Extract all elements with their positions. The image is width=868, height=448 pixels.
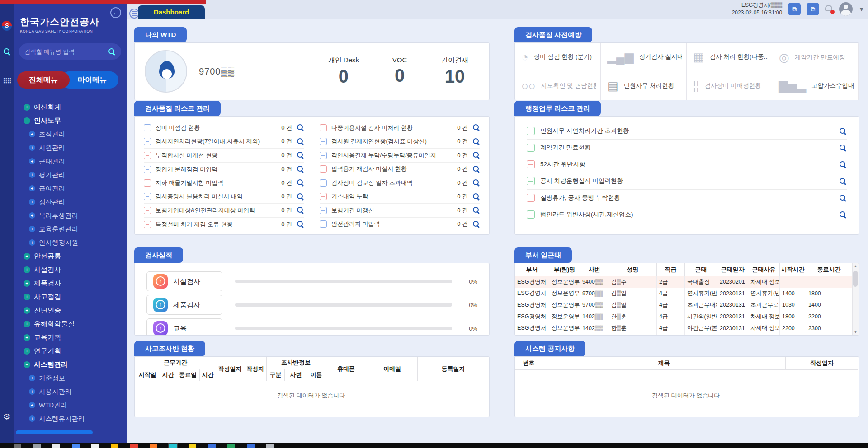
- risk-item[interactable]: 검사증명서 불용처리 미실시 내역 0 건: [144, 190, 304, 204]
- sidebar-menu-item[interactable]: + 제품검사: [14, 276, 127, 290]
- menu-search-input[interactable]: [24, 48, 108, 55]
- expand-toggle-icon[interactable]: +: [29, 131, 35, 137]
- taskbar-icon[interactable]: [150, 444, 157, 448]
- zoom-search-icon[interactable]: [839, 127, 847, 135]
- expand-toggle-icon[interactable]: +: [24, 266, 30, 273]
- expand-toggle-icon[interactable]: +: [29, 375, 35, 381]
- expand-toggle-icon[interactable]: +: [29, 402, 35, 408]
- prevention-tile[interactable]: ▦ 검사 처리 현황(다중...: [687, 43, 773, 71]
- zoom-search-icon[interactable]: [472, 124, 480, 131]
- risk-item[interactable]: 정압기 분해점검 미입력 0 건: [144, 163, 304, 177]
- wtd-stat[interactable]: VOC 0: [385, 56, 414, 87]
- table-row[interactable]: ESG경영처 정보운영부 9700▒▒ 김▒일 4급 연차휴가(반차) 2023…: [515, 288, 852, 300]
- taskbar-icon[interactable]: [247, 444, 255, 448]
- expand-toggle-icon[interactable]: +: [29, 388, 35, 395]
- expand-toggle-icon[interactable]: +: [24, 334, 30, 341]
- sidebar-menu-item[interactable]: + 연구기획: [14, 344, 127, 358]
- admin-risk-item[interactable]: 법인카드 위반사항(시간,제한업소): [527, 206, 847, 223]
- user-avatar[interactable]: [839, 2, 853, 16]
- taskbar-icon[interactable]: [208, 444, 216, 448]
- expand-toggle-icon[interactable]: −: [24, 361, 30, 368]
- sidebar-menu-item[interactable]: + 인사행정지원: [14, 236, 127, 249]
- tab-dashboard[interactable]: Dashboard: [138, 5, 205, 19]
- search-icon[interactable]: [0, 48, 14, 57]
- taskbar-icon[interactable]: [14, 444, 21, 448]
- sidebar-menu-item[interactable]: − 시스템관리: [14, 358, 127, 371]
- corp-logo-icon[interactable]: S: [0, 21, 14, 31]
- zoom-search-icon[interactable]: [297, 179, 304, 187]
- os-taskbar[interactable]: [0, 443, 868, 448]
- zoom-search-icon[interactable]: [839, 194, 847, 202]
- wtd-stat[interactable]: 개인 Desk 0: [328, 56, 359, 87]
- risk-item[interactable]: 보험기간 미갱신 0 건: [320, 204, 480, 218]
- zoom-search-icon[interactable]: [297, 206, 304, 214]
- expand-toggle-icon[interactable]: +: [24, 307, 30, 314]
- taskbar-icon[interactable]: [189, 444, 196, 448]
- zoom-search-icon[interactable]: [297, 151, 304, 159]
- zoom-search-icon[interactable]: [472, 193, 480, 201]
- sidebar-menu-item[interactable]: + 시스템유지관리: [14, 412, 127, 425]
- risk-item[interactable]: 각인사용결재 누락/수량누락/종류미일지 0 건: [320, 149, 480, 163]
- zoom-search-icon[interactable]: [472, 220, 480, 228]
- sidebar-menu-item[interactable]: + 안전공통: [14, 249, 127, 263]
- risk-item[interactable]: 다중이용시설 검사 미처리 현황 0 건: [320, 121, 480, 135]
- table-row[interactable]: ESG경영처 정보운영부 9400▒▒ 김▒주 2급 국내출장 20230201…: [515, 276, 852, 288]
- prevention-tile[interactable]: ▇▅▂ 고압가스수입내역: [773, 71, 859, 100]
- notification-bell-icon[interactable]: [825, 5, 833, 13]
- zoom-search-icon[interactable]: [839, 177, 847, 185]
- taskbar-icon[interactable]: [52, 444, 60, 448]
- admin-risk-item[interactable]: 질병휴가, 공사 증빙 누락현황: [527, 190, 847, 206]
- expand-toggle-icon[interactable]: +: [29, 212, 35, 219]
- zoom-search-icon[interactable]: [839, 161, 847, 168]
- sidebar-menu-item[interactable]: + 진단인증: [14, 303, 127, 317]
- admin-risk-item[interactable]: 민원사무 지연처리기간 초과현황: [527, 123, 847, 140]
- settings-gear-icon[interactable]: ⚙: [0, 412, 14, 422]
- zoom-search-icon[interactable]: [297, 124, 304, 131]
- sidebar-menu-item[interactable]: + 교육기획: [14, 331, 127, 344]
- zoom-search-icon[interactable]: [472, 165, 480, 173]
- admin-risk-item[interactable]: 52시간 위반사항: [527, 156, 847, 173]
- table-scrollbar[interactable]: ▲ ▼: [852, 263, 859, 335]
- taskbar-icon[interactable]: [266, 444, 274, 448]
- sidebar-menu-item[interactable]: + 사고점검: [14, 290, 127, 303]
- risk-item[interactable]: 압력용기 재검사 미실시 현황 0 건: [320, 163, 480, 177]
- admin-risk-item[interactable]: 공사 차량운행실적 미입력현황: [527, 173, 847, 190]
- popup-open-button[interactable]: ⧉: [788, 3, 801, 15]
- zoom-search-icon[interactable]: [297, 138, 304, 145]
- sidebar-menu-item[interactable]: + 유해화학물질: [14, 317, 127, 331]
- expand-toggle-icon[interactable]: +: [29, 172, 35, 178]
- sidebar-menu-item[interactable]: + 예산회계: [14, 100, 127, 114]
- risk-item[interactable]: 장비 미점검 현황 0 건: [144, 121, 304, 135]
- sidebar-menu-item[interactable]: + 사용자관리: [14, 385, 127, 398]
- risk-item[interactable]: 특정설비 차기 재검 오류 현황 0 건: [144, 218, 304, 232]
- prevention-tile[interactable]: ◎ 계약기간 만료예정: [773, 43, 859, 71]
- admin-risk-item[interactable]: 계약기간 만료현황: [527, 140, 847, 156]
- risk-item[interactable]: 검사지연처리현황(7일이내,사유시 제외) 0 건: [144, 135, 304, 149]
- table-row[interactable]: ESG경영처 정보운영부 1402▒▒ 한▒훈 4급 야간근무(본사) 2023…: [515, 322, 852, 334]
- zoom-search-icon[interactable]: [297, 193, 304, 201]
- prevention-tile[interactable]: ▂▄▆ 정기검사 실시내역...: [601, 43, 687, 71]
- expand-toggle-icon[interactable]: −: [24, 117, 30, 124]
- risk-item[interactable]: 지하 매몰기밀시험 미입력 0 건: [144, 176, 304, 190]
- expand-toggle-icon[interactable]: +: [24, 321, 30, 327]
- expand-toggle-icon[interactable]: +: [24, 280, 30, 287]
- zoom-search-icon[interactable]: [472, 151, 480, 159]
- zoom-search-icon[interactable]: [297, 165, 304, 173]
- sidebar-menu-item[interactable]: + 사원관리: [14, 141, 127, 154]
- prevention-tile[interactable]: ¦¦ 검사장비 미배정현황: [687, 71, 773, 100]
- prevention-tile[interactable]: ▤ 민원사무 처리현황: [601, 71, 687, 100]
- chevron-down-icon[interactable]: ▼: [859, 6, 864, 13]
- table-row[interactable]: ESG경영처 정보운영부 1402▒▒ 한▒훈 4급 연차휴가 20230202…: [515, 334, 852, 336]
- taskbar-icon[interactable]: [111, 444, 118, 448]
- taskbar-icon[interactable]: [33, 444, 41, 448]
- sidebar-menu-item[interactable]: + 조직관리: [14, 127, 127, 141]
- sidebar-menu-item[interactable]: − 인사노무: [14, 114, 127, 127]
- performance-category-chip[interactable]: 교육: [146, 318, 222, 336]
- scrollbar-thumb[interactable]: [853, 271, 858, 287]
- apps-grid-icon[interactable]: ⣿⣿: [0, 77, 14, 85]
- performance-category-chip[interactable]: 제품검사: [146, 295, 222, 315]
- table-row[interactable]: ESG경영처 정보운영부 9700▒▒ 김▒일 4급 초과근무대체 202301…: [515, 299, 852, 311]
- table-row[interactable]: ESG경영처 정보운영부 1402▒▒ 한▒훈 4급 시간외(일반) 20230…: [515, 311, 852, 323]
- taskbar-icon[interactable]: [130, 444, 138, 448]
- sidebar-menu-item[interactable]: + 정산관리: [14, 195, 127, 209]
